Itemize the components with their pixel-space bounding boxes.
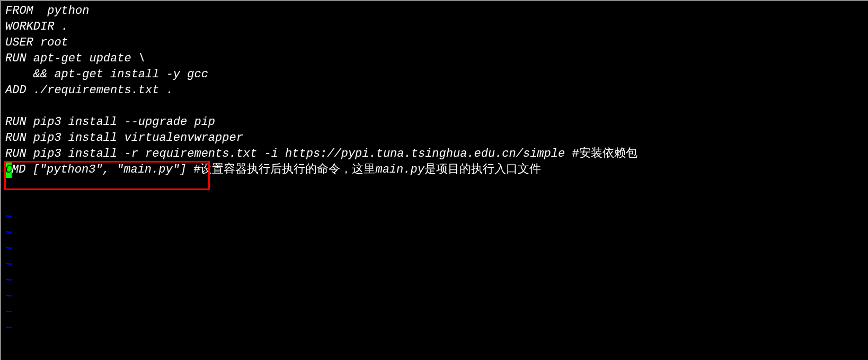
vim-tilde-line: ~ bbox=[5, 321, 864, 337]
vim-tilde-line: ~ bbox=[5, 289, 864, 305]
vim-tilde-line: ~ bbox=[5, 273, 864, 289]
comment-text: #安装依赖包 bbox=[572, 147, 637, 160]
code-line-5[interactable]: && apt-get install -y gcc bbox=[5, 67, 864, 83]
code-line-2[interactable]: WORKDIR . bbox=[5, 19, 864, 35]
code-line-7[interactable] bbox=[5, 98, 864, 114]
code-line-6[interactable]: ADD ./requirements.txt . bbox=[5, 83, 864, 98]
code-line-9[interactable]: RUN pip3 install virtualenvwrapper bbox=[5, 130, 864, 146]
vim-tilde-line: ~ bbox=[5, 305, 864, 321]
code-text: RUN pip3 install -r requirements.txt -i … bbox=[5, 147, 572, 160]
code-line-4[interactable]: RUN apt-get update \ bbox=[5, 51, 864, 67]
vim-tilde-line: ~ bbox=[5, 226, 864, 241]
vim-tilde-line: ~ bbox=[5, 257, 864, 273]
vim-tilde-line: ~ bbox=[5, 241, 864, 257]
empty-line[interactable] bbox=[5, 178, 864, 194]
code-line-3[interactable]: USER root bbox=[5, 35, 864, 51]
comment-text: #设置容器执行后执行的命令，这里main.py是项目的执行入口文件 bbox=[193, 163, 541, 176]
code-line-11[interactable]: CMD ["python3", "main.py"] #设置容器执行后执行的命令… bbox=[5, 162, 864, 178]
code-text: MD ["python3", "main.py"] bbox=[12, 163, 193, 176]
code-line-1[interactable]: FROM python bbox=[5, 3, 864, 19]
empty-line[interactable] bbox=[5, 194, 864, 210]
cursor: C bbox=[5, 162, 12, 178]
vim-tilde-line: ~ bbox=[5, 210, 864, 226]
code-line-10[interactable]: RUN pip3 install -r requirements.txt -i … bbox=[5, 146, 864, 162]
code-line-8[interactable]: RUN pip3 install --upgrade pip bbox=[5, 114, 864, 130]
